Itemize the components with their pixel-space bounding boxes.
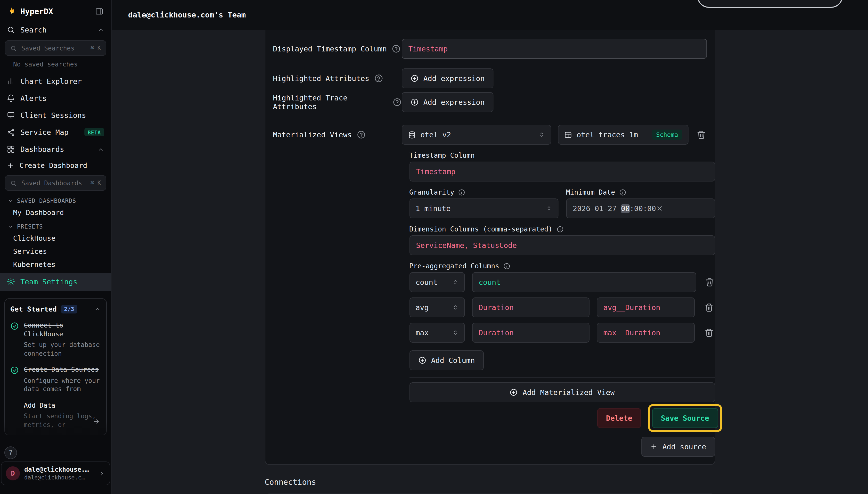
sidebar-item-chart-explorer[interactable]: Chart Explorer: [0, 73, 111, 90]
add-expression-button[interactable]: Add expression: [402, 69, 494, 88]
step-description: Start sending logs, metrics, or: [24, 412, 101, 429]
dimension-columns-input[interactable]: [409, 235, 715, 255]
add-column-button[interactable]: Add Column: [409, 350, 484, 370]
pre-aggregated-row: max: [409, 323, 715, 343]
delete-materialized-view-button[interactable]: [695, 129, 707, 141]
select-chevrons-icon: [452, 329, 458, 336]
aggregate-fn-select[interactable]: max: [409, 323, 465, 343]
search-icon: [7, 26, 15, 34]
field-label: Displayed Timestamp Column: [273, 44, 387, 53]
panel-collapse-icon: [95, 7, 103, 16]
plus-circle-icon: [410, 74, 419, 82]
field-label: Highlighted Trace Attributes: [273, 93, 387, 111]
sidebar-item-clickhouse[interactable]: ClickHouse: [0, 232, 111, 245]
get-started-step-connect[interactable]: Connect to ClickHouse Set up your databa…: [10, 321, 101, 358]
help-icon[interactable]: [374, 74, 383, 83]
help-icon[interactable]: [392, 44, 401, 53]
no-saved-searches-note: No saved searches: [0, 59, 111, 73]
help-icon[interactable]: [392, 97, 402, 107]
source-settings-card: Displayed Timestamp Column Highlighted A…: [265, 30, 715, 465]
create-dashboard-button[interactable]: Create Dashboard: [0, 158, 111, 173]
section-presets[interactable]: PRESETS: [0, 219, 111, 232]
step-description: Configure where your data comes from: [24, 376, 101, 393]
aggregate-fn-select[interactable]: count: [409, 272, 465, 292]
delete-source-button[interactable]: Delete: [597, 408, 641, 428]
delete-row-button[interactable]: [703, 301, 715, 314]
gear-icon: [7, 278, 15, 286]
logo-row: HyperDX: [0, 0, 111, 21]
step-title: Connect to ClickHouse: [24, 321, 101, 338]
sidebar-item-alerts[interactable]: Alerts: [0, 90, 111, 107]
clear-date-button[interactable]: [656, 187, 717, 230]
add-expression-button[interactable]: Add expression: [402, 92, 494, 112]
grid-icon: [7, 145, 15, 153]
form-actions: Delete Save Source: [409, 404, 715, 432]
info-icon[interactable]: [458, 189, 465, 196]
section-saved-dashboards[interactable]: SAVED DASHBOARDS: [0, 194, 111, 206]
sidebar-item-service-map[interactable]: Service Map BETA: [0, 124, 111, 141]
check-circle-icon: [10, 366, 19, 393]
topbar: dale@clickhouse.com's Team: [112, 0, 868, 30]
table-icon: [564, 131, 572, 138]
mv-timestamp-column-input[interactable]: [409, 162, 715, 182]
trash-icon: [705, 278, 714, 287]
date-segment-selected[interactable]: 00: [621, 204, 630, 213]
aggregate-expression-input[interactable]: [472, 298, 589, 317]
add-materialized-view-button[interactable]: Add Materialized View: [409, 382, 715, 402]
plus-circle-icon: [418, 356, 426, 364]
aggregate-expression-input[interactable]: [472, 272, 696, 292]
keyboard-shortcut: ⌘ K: [91, 45, 101, 52]
sidebar-item-dashboards[interactable]: Dashboards: [0, 141, 111, 158]
sidebar-item-team-settings[interactable]: Team Settings: [0, 273, 111, 291]
keyboard-shortcut: ⌘ K: [91, 179, 101, 186]
progress-badge: 2/3: [61, 305, 77, 314]
select-chevrons-icon: [538, 132, 545, 138]
search-icon: [10, 45, 17, 51]
sidebar-collapse-button[interactable]: [94, 6, 104, 17]
user-name: dale@clickhouse.…: [24, 466, 94, 473]
select-chevrons-icon: [452, 279, 458, 285]
sidebar: HyperDX Search ⌘ K No saved searches Cha…: [0, 0, 112, 494]
info-icon[interactable]: [503, 262, 510, 270]
aggregate-fn-select[interactable]: avg: [409, 298, 465, 317]
trash-icon: [696, 130, 706, 139]
user-menu[interactable]: D dale@clickhouse.… dale@clickhouse.c…: [1, 461, 110, 485]
sidebar-item-kubernetes[interactable]: Kubernetes: [0, 258, 111, 271]
granularity-select[interactable]: 1 minute: [409, 198, 558, 218]
database-select[interactable]: otel_v2: [402, 125, 551, 145]
top-right-pill[interactable]: [697, 0, 843, 8]
help-icon[interactable]: [356, 130, 366, 139]
saved-searches-input[interactable]: [20, 44, 86, 52]
check-circle-icon: [10, 322, 19, 358]
get-started-step-sources[interactable]: Create Data Sources Configure where your…: [10, 365, 101, 393]
plus-circle-icon: [509, 388, 518, 397]
get-started-header[interactable]: Get Started 2/3: [10, 305, 101, 314]
info-icon[interactable]: [556, 225, 563, 233]
sidebar-item-my-dashboard[interactable]: My Dashboard: [0, 206, 111, 219]
schema-badge[interactable]: Schema: [652, 130, 682, 140]
add-source-button[interactable]: Add source: [641, 437, 715, 457]
minimum-date-input[interactable]: 2026-01-27 00:00:00: [566, 198, 715, 218]
aggregate-expression-input[interactable]: [472, 323, 589, 343]
get-started-step-add-data[interactable]: Add Data Start sending logs, metrics, or: [10, 401, 101, 429]
aggregate-alias-input[interactable]: [597, 298, 695, 317]
field-label: Highlighted Attributes: [273, 74, 369, 83]
table-select[interactable]: otel_traces_1m Schema: [558, 125, 688, 145]
save-source-button[interactable]: Save Source: [652, 408, 718, 428]
help-button[interactable]: ?: [4, 446, 17, 459]
displayed-timestamp-input[interactable]: [402, 39, 707, 59]
saved-dashboards-input[interactable]: [20, 179, 86, 187]
info-icon[interactable]: [619, 189, 626, 196]
sidebar-item-client-sessions[interactable]: Client Sessions: [0, 107, 111, 124]
field-label: Minimum Date: [566, 188, 615, 196]
field-label: Timestamp Column: [409, 151, 475, 159]
materialized-views-row: Materialized Views otel_v2: [273, 125, 707, 145]
delete-row-button[interactable]: [703, 276, 715, 288]
sidebar-item-services[interactable]: Services: [0, 245, 111, 258]
get-started-card: Get Started 2/3 Connect to ClickHouse Se…: [4, 299, 107, 436]
plus-icon: [650, 443, 657, 450]
delete-row-button[interactable]: [703, 327, 715, 339]
get-started-region: Get Started 2/3 Connect to ClickHouse Se…: [0, 294, 111, 461]
sidebar-item-search[interactable]: Search: [0, 21, 111, 38]
aggregate-alias-input[interactable]: [597, 323, 695, 343]
